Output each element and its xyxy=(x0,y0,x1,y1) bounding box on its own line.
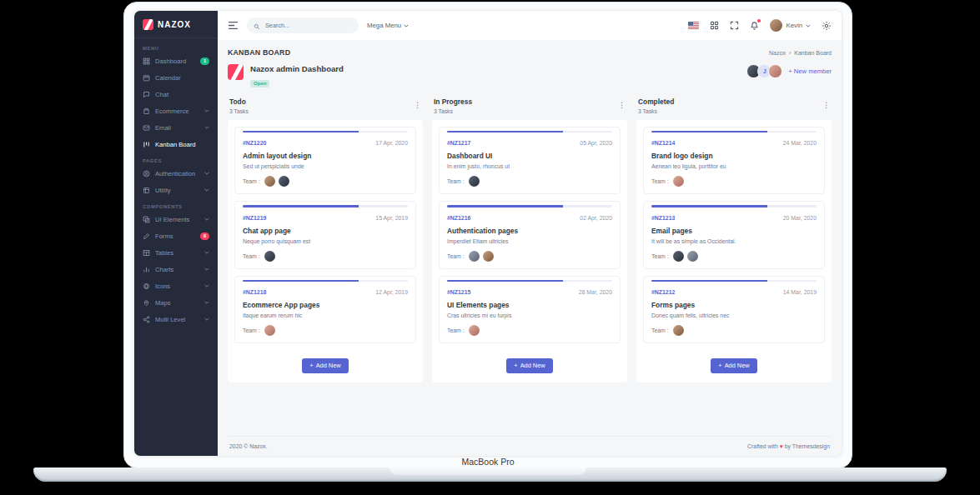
new-member-button[interactable]: + New member xyxy=(788,68,832,75)
sidebar-item-calendar[interactable]: Calendar xyxy=(134,69,218,86)
column-menu-icon[interactable]: ⋮ xyxy=(414,102,421,109)
card-date: 17 Apr, 2020 xyxy=(375,140,408,146)
column-name: Todo xyxy=(229,98,249,106)
card-id[interactable]: #NZ1213 xyxy=(651,215,675,221)
user-menu[interactable]: Kevin xyxy=(770,19,811,32)
sidebar-item-kanban-board[interactable]: Kanban Board xyxy=(134,136,218,152)
plus-icon: + xyxy=(514,362,517,369)
sidebar: NAZOX MENU Dashboard 1 Calendar Chat xyxy=(134,11,218,456)
search-box[interactable] xyxy=(247,18,359,33)
breadcrumb-root[interactable]: Nazox xyxy=(769,50,786,56)
notifications-bell-button[interactable] xyxy=(750,21,759,31)
sidebar-item-forms[interactable]: Forms 8 xyxy=(134,228,218,244)
search-icon xyxy=(254,18,260,33)
add-new-button[interactable]: +Add New xyxy=(506,358,552,373)
apps-grid-button[interactable] xyxy=(710,21,719,30)
member-avatar[interactable] xyxy=(768,64,782,78)
sidebar-item-icons[interactable]: Icons xyxy=(134,278,218,294)
card-id[interactable]: #NZ1212 xyxy=(651,289,675,295)
add-new-button[interactable]: +Add New xyxy=(302,358,348,373)
sidebar-item-dashboard[interactable]: Dashboard 1 xyxy=(134,52,218,69)
add-new-button[interactable]: +Add New xyxy=(711,358,756,373)
sidebar-item-ui-elements[interactable]: UI Elements xyxy=(134,211,218,228)
team-member-avatar[interactable] xyxy=(687,251,698,262)
team-member-avatar[interactable] xyxy=(279,176,289,187)
team-member-avatar[interactable] xyxy=(483,251,494,262)
breadcrumb-separator: › xyxy=(789,50,791,56)
sidebar-item-ecommerce[interactable]: Ecommerce xyxy=(134,102,218,119)
sidebar-item-charts[interactable]: Charts xyxy=(134,261,218,278)
settings-gear-button[interactable] xyxy=(822,21,832,31)
team-member-avatar[interactable] xyxy=(469,325,480,336)
kanban-card[interactable]: #NZ121320 Mar, 2020 Email pages It will … xyxy=(643,201,825,269)
logo-slash-glyph xyxy=(143,19,153,30)
team-member-avatar[interactable] xyxy=(673,251,684,262)
ui-elements-icon xyxy=(143,216,150,223)
mega-menu-dropdown[interactable]: Mega Menu xyxy=(367,22,409,29)
chevron-down-icon xyxy=(204,251,209,254)
member-avatars: J xyxy=(746,64,782,78)
column-header: In Progress 3 Tasks ⋮ xyxy=(432,96,627,120)
sidebar-item-authentication[interactable]: Authentication xyxy=(134,165,218,182)
column-panel: #NZ121705 Apr, 2020 Dashboard UI In enim… xyxy=(432,120,627,382)
nazox-logo-icon xyxy=(143,19,153,30)
card-id[interactable]: #NZ1215 xyxy=(447,289,470,295)
card-id[interactable]: #NZ1217 xyxy=(447,140,470,146)
sidebar-item-email[interactable]: Email xyxy=(134,119,218,136)
card-title: Dashboard UI xyxy=(447,152,612,160)
kanban-card[interactable]: #NZ122017 Apr, 2020 Admin layout design … xyxy=(234,127,416,195)
chevron-down-icon xyxy=(204,268,209,271)
team-member-avatar[interactable] xyxy=(264,176,275,187)
team-member-avatar[interactable] xyxy=(673,176,684,187)
card-id[interactable]: #NZ1219 xyxy=(243,215,266,221)
kanban-card[interactable]: #NZ121812 Apr, 2019 Ecommerce App pages … xyxy=(234,276,416,344)
charts-icon xyxy=(143,266,150,273)
sidebar-item-maps[interactable]: Maps xyxy=(134,294,218,311)
team-member-avatar[interactable] xyxy=(264,325,275,336)
sidebar-item-chat[interactable]: Chat xyxy=(134,86,218,102)
card-id[interactable]: #NZ1218 xyxy=(243,289,266,295)
column-panel: #NZ121424 Mar, 2020 Brand logo design Ae… xyxy=(636,120,832,382)
team-member-avatar[interactable] xyxy=(469,251,480,262)
language-flag-button[interactable] xyxy=(688,22,699,29)
team-member-avatar[interactable] xyxy=(264,251,275,262)
team-member-avatar[interactable] xyxy=(673,325,684,336)
team-label: Team : xyxy=(651,253,669,259)
kanban-card[interactable]: #NZ121528 Mar, 2020 UI Elements pages Cr… xyxy=(439,276,621,344)
sidebar-item-tables[interactable]: Tables xyxy=(134,244,218,261)
chevron-down-icon xyxy=(204,318,209,321)
user-avatar xyxy=(770,19,782,32)
card-date: 05 Apr, 2020 xyxy=(580,140,612,146)
sidebar-item-label: Email xyxy=(155,124,199,132)
kanban-card[interactable]: #NZ121602 Apr, 2020 Authentication pages… xyxy=(439,201,621,269)
card-id[interactable]: #NZ1220 xyxy=(243,140,266,146)
menu-toggle-icon[interactable] xyxy=(228,21,239,30)
brand-name: NAZOX xyxy=(158,20,191,29)
macbook-screen: NAZOX MENU Dashboard 1 Calendar Chat xyxy=(123,2,852,468)
macbook-base-notch xyxy=(389,468,586,475)
kanban-card[interactable]: #NZ121915 Apr, 2019 Chat app page Neque … xyxy=(234,201,416,269)
column-menu-icon[interactable]: ⋮ xyxy=(618,102,626,109)
brand-logo[interactable]: NAZOX xyxy=(134,11,218,38)
kanban-card[interactable]: #NZ121424 Mar, 2020 Brand logo design Ae… xyxy=(643,127,825,195)
icons-icon xyxy=(143,282,150,290)
kanban-card[interactable]: #NZ121705 Apr, 2020 Dashboard UI In enim… xyxy=(439,127,621,195)
card-progress-bar xyxy=(651,205,817,208)
sidebar-item-multi-level[interactable]: Multi Level xyxy=(134,311,218,328)
fullscreen-button[interactable] xyxy=(730,21,739,30)
search-input[interactable] xyxy=(264,21,352,30)
team-label: Team : xyxy=(243,253,260,259)
team-member-avatar[interactable] xyxy=(469,176,480,187)
column-menu-icon[interactable]: ⋮ xyxy=(822,102,830,109)
board-header: Nazox admin Dashboard Open J + New membe… xyxy=(228,64,832,88)
sidebar-item-label: Icons xyxy=(155,282,199,290)
sidebar-item-utility[interactable]: Utility xyxy=(134,182,218,198)
heart-icon: ♥ xyxy=(780,443,783,449)
sidebar-nav: MENU Dashboard 1 Calendar Chat Ecommerce xyxy=(134,38,218,329)
kanban-card[interactable]: #NZ121214 Mar, 2019 Forms pages Donec qu… xyxy=(643,276,825,344)
card-id[interactable]: #NZ1214 xyxy=(651,140,675,146)
card-id[interactable]: #NZ1216 xyxy=(447,215,470,221)
column-name: In Progress xyxy=(434,98,472,106)
macbook-label: MacBook Pro xyxy=(124,457,852,467)
column-name: Completed xyxy=(638,98,674,106)
